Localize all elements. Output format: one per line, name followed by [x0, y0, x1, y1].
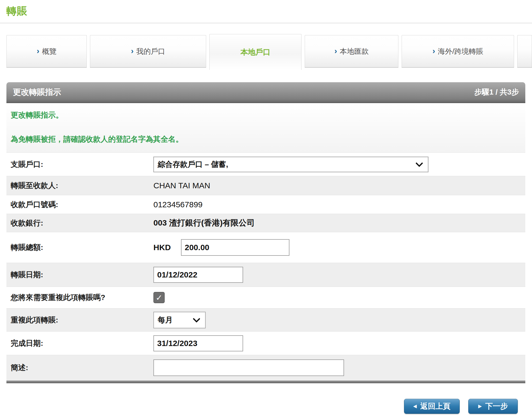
page-title: 轉賬 — [6, 4, 532, 18]
debit-account-label: 支賬戶口: — [6, 159, 153, 170]
repeat-question-label: 您將來需要重複此項轉賬嗎? — [6, 292, 153, 303]
chevron-down-icon — [193, 315, 200, 322]
payee-value: CHAN TAI MAN — [153, 181, 210, 190]
payee-account-value: 01234567899 — [153, 200, 203, 209]
chevron-right-icon: › — [131, 47, 134, 55]
repeat-frequency-select[interactable]: 每月 — [153, 312, 206, 328]
form-row-description: 簡述: — [6, 355, 525, 381]
tab-label: 本地匯款 — [340, 47, 369, 56]
tab-label: 本地戶口 — [240, 47, 270, 57]
checkmark-icon: ✓ — [156, 293, 162, 302]
arrow-left-icon: ◂ — [413, 403, 417, 409]
form-row-amount: 轉賬總額: HKD — [6, 232, 525, 263]
debit-account-selected-value: 綜合存款戶口 – 儲蓄, — [158, 159, 228, 170]
title-divider — [0, 23, 532, 23]
end-date-label: 完成日期: — [6, 338, 153, 348]
back-button[interactable]: ◂ 返回上頁 — [404, 399, 460, 414]
repeat-checkbox-checked[interactable]: ✓ — [153, 292, 165, 303]
bank-value: 003 渣打銀行(香港)有限公司 — [153, 217, 255, 228]
form-row-repeat-question: 您將來需要重複此項轉賬嗎? ✓ — [6, 287, 525, 309]
chevron-right-icon: › — [37, 47, 39, 55]
step-indicator: 步驟1 / 共3步 — [474, 87, 519, 97]
tab-label: 我的戶口 — [136, 47, 165, 56]
tab-partial-clipped[interactable] — [517, 35, 532, 67]
payee-account-label: 收款戶口號碼: — [6, 200, 153, 210]
panel-bottom-bar — [6, 381, 525, 383]
description-input[interactable] — [153, 359, 344, 376]
chevron-right-icon: › — [334, 47, 337, 55]
tab-my-accounts[interactable]: › 我的戶口 — [90, 35, 206, 67]
end-date-input[interactable] — [153, 335, 243, 351]
repeat-frequency-label: 重複此項轉賬: — [6, 315, 153, 325]
form-row-repeat-frequency: 重複此項轉賬: 每月 — [6, 309, 525, 332]
amount-input[interactable] — [181, 239, 289, 256]
change-transfer-panel: 更改轉賬指示 步驟1 / 共3步 更改轉賬指示。 為免轉賬被拒，請確認收款人的登… — [6, 82, 525, 383]
form-row-payee: 轉賬至收款人: CHAN TAI MAN — [6, 176, 525, 195]
form-row-debit-account: 支賬戶口: 綜合存款戶口 – 儲蓄, — [6, 153, 525, 176]
tab-label: 概覽 — [42, 47, 56, 56]
currency-code: HKD — [153, 243, 171, 252]
amount-label: 轉賬總額: — [6, 242, 153, 253]
description-label: 簡述: — [6, 363, 153, 373]
tab-label: 海外/跨境轉賬 — [438, 47, 483, 56]
arrow-right-icon: ▸ — [478, 403, 481, 409]
form-row-payee-account: 收款戶口號碼: 01234567899 — [6, 195, 525, 214]
transfer-tabs: › 概覽 › 我的戶口 本地戶口 › 本地匯款 › 海外/跨境轉賬 — [6, 34, 532, 70]
payee-label: 轉賬至收款人: — [6, 181, 153, 191]
chevron-right-icon: › — [432, 47, 435, 55]
repeat-frequency-selected-value: 每月 — [158, 315, 173, 325]
transfer-date-input[interactable] — [153, 267, 243, 283]
tab-overseas-transfer[interactable]: › 海外/跨境轉賬 — [402, 35, 514, 67]
form-row-end-date: 完成日期: — [6, 332, 525, 355]
form-row-transfer-date: 轉賬日期: — [6, 263, 525, 287]
form-row-bank: 收款銀行: 003 渣打銀行(香港)有限公司 — [6, 214, 525, 232]
debit-account-select[interactable]: 綜合存款戶口 – 儲蓄, — [153, 157, 428, 172]
footer-actions: ◂ 返回上頁 ▸ 下一步 — [6, 399, 525, 414]
next-button-label: 下一步 — [485, 401, 508, 411]
chevron-down-icon — [416, 159, 423, 167]
panel-title: 更改轉賬指示 — [13, 87, 61, 98]
tab-local-accounts-active[interactable]: 本地戶口 — [209, 34, 301, 70]
bank-label: 收款銀行: — [6, 218, 153, 228]
tab-overview[interactable]: › 概覽 — [6, 35, 87, 67]
intro-line-2: 為免轉賬被拒，請確認收款人的登記名字為其全名。 — [11, 134, 525, 144]
intro-text-block: 更改轉賬指示。 為免轉賬被拒，請確認收款人的登記名字為其全名。 — [6, 103, 525, 153]
panel-header: 更改轉賬指示 步驟1 / 共3步 — [6, 82, 525, 103]
intro-line-1: 更改轉賬指示。 — [11, 110, 525, 120]
tab-local-remittance[interactable]: › 本地匯款 — [305, 35, 398, 67]
back-button-label: 返回上頁 — [420, 401, 450, 411]
transfer-date-label: 轉賬日期: — [6, 270, 153, 280]
next-button[interactable]: ▸ 下一步 — [468, 399, 518, 414]
